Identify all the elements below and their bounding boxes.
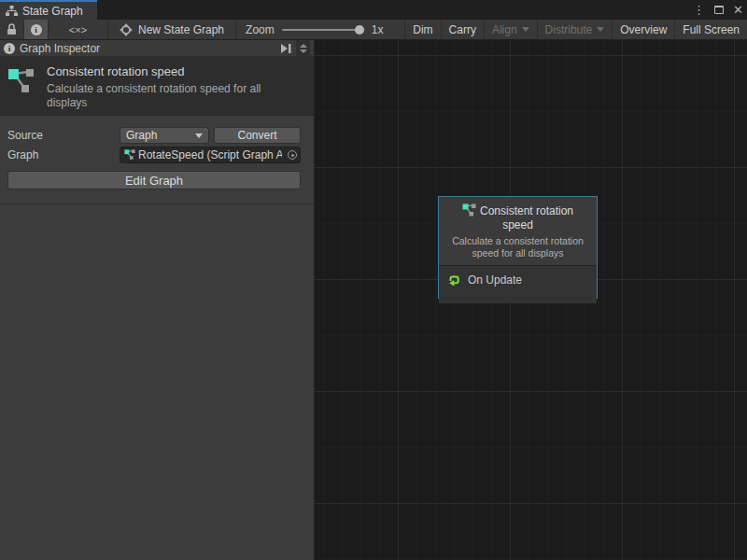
update-event-icon [446, 273, 461, 287]
zoom-slider-handle[interactable] [355, 25, 364, 35]
lock-icon [7, 23, 17, 35]
graph-object-field[interactable]: RotateSpeed (Script Graph A [120, 147, 301, 163]
zoom-slider[interactable] [282, 29, 364, 31]
info-icon: i [4, 43, 15, 54]
zoom-control: Zoom 1x [236, 20, 392, 39]
lock-button[interactable] [0, 20, 24, 39]
zoom-label: Zoom [246, 23, 275, 36]
new-graph-icon [120, 23, 133, 36]
distribute-label: Distribute [545, 23, 593, 36]
convert-label: Convert [237, 129, 276, 142]
graph-toolbar: i <×> New State Graph Zoom 1x [0, 20, 747, 40]
state-node-title: Consistent rotation speed [447, 203, 589, 232]
distribute-button[interactable]: Distribute [537, 20, 613, 39]
dim-button[interactable]: Dim [404, 20, 440, 39]
chevron-up-icon [300, 44, 307, 48]
full-screen-label: Full Screen [683, 23, 740, 36]
close-icon[interactable]: ✕ [733, 4, 743, 16]
graph-canvas[interactable]: Consistent rotation speed Calculate a co… [315, 40, 747, 560]
code-icon: <×> [69, 24, 87, 35]
chevron-down-icon [522, 27, 529, 32]
inspector-toggle-button[interactable]: i [24, 20, 49, 39]
zoom-value: 1x [372, 23, 384, 36]
convert-button[interactable]: Convert [214, 127, 301, 144]
on-update-event-row[interactable]: On Update [446, 273, 589, 287]
chevron-down-icon [300, 49, 307, 53]
script-graph-icon [462, 203, 476, 217]
align-button[interactable]: Align [484, 20, 537, 39]
edit-graph-label: Edit Graph [125, 174, 183, 188]
script-graph-icon [7, 68, 35, 96]
on-update-label: On Update [468, 273, 522, 287]
state-node-header: Consistent rotation speed Calculate a co… [439, 197, 597, 265]
graph-info-box: Consistent rotation speed Calculate a co… [0, 57, 314, 116]
code-view-button[interactable]: <×> [49, 20, 108, 39]
state-graph-window: State Graph ⋮ ✕ i <×> [0, 0, 747, 560]
tab-bar: State Graph ⋮ ✕ [0, 0, 747, 20]
new-state-graph-label: New State Graph [138, 23, 224, 36]
source-row: Source Graph Convert [0, 127, 315, 144]
carry-label: Carry [449, 23, 476, 36]
graph-field-label: Graph [7, 148, 38, 161]
graph-title: Consistent rotation speed [47, 64, 304, 78]
edit-graph-button[interactable]: Edit Graph [7, 171, 301, 189]
graph-inspector-header: i Graph Inspector [0, 40, 314, 57]
full-screen-button[interactable]: Full Screen [674, 20, 747, 39]
dim-label: Dim [413, 23, 432, 36]
align-label: Align [492, 23, 517, 36]
object-picker-button[interactable] [285, 147, 300, 162]
overview-label: Overview [620, 23, 667, 36]
graph-inspector-title: Graph Inspector [20, 42, 100, 55]
source-dropdown[interactable]: Graph [120, 127, 209, 144]
info-icon: i [31, 24, 42, 35]
dock-icon[interactable] [279, 43, 292, 54]
new-state-graph-button[interactable]: New State Graph [108, 20, 236, 39]
chevron-down-icon [597, 27, 604, 32]
state-node-body: On Update [439, 265, 597, 303]
source-value: Graph [126, 129, 157, 142]
object-picker-icon [288, 150, 297, 160]
state-node[interactable]: Consistent rotation speed Calculate a co… [438, 196, 598, 299]
chevron-down-icon [195, 133, 203, 138]
tab-label: State Graph [22, 5, 83, 18]
canvas-toolbar-buttons: Dim Carry Align Distribute Overview Full… [404, 20, 747, 39]
graph-object-value: RotateSpeed (Script Graph A [138, 148, 282, 161]
hierarchy-icon [6, 6, 18, 17]
graph-description: Calculate a consistent rotation speed fo… [47, 82, 304, 110]
overview-button[interactable]: Overview [612, 20, 674, 39]
graph-info-text: Consistent rotation speed Calculate a co… [47, 64, 304, 115]
maximize-icon[interactable] [714, 6, 724, 14]
state-node-title-text: Consistent rotation speed [480, 204, 573, 231]
inspector-divider [0, 203, 315, 204]
window-controls: ⋮ ✕ [693, 0, 743, 20]
kebab-menu-icon[interactable]: ⋮ [693, 4, 705, 16]
source-label: Source [7, 129, 43, 142]
graph-inspector-panel: i Graph Inspector [0, 40, 315, 560]
script-graph-icon [124, 149, 135, 161]
pane-scrubber[interactable] [296, 40, 310, 56]
tab-state-graph[interactable]: State Graph [0, 0, 97, 20]
graph-field-row: Graph RotateSpeed (Script Graph A [0, 147, 315, 163]
carry-button[interactable]: Carry [441, 20, 484, 39]
state-node-description: Calculate a consistent rotation speed fo… [443, 235, 593, 259]
